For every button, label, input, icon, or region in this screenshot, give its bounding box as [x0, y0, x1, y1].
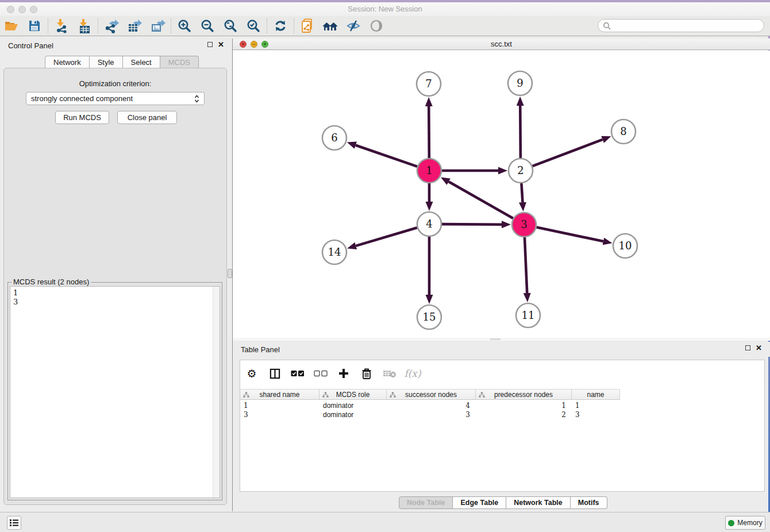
task-history-button[interactable] [7, 516, 21, 530]
network-view[interactable]: 7968124314101511 [233, 51, 770, 338]
tab-mcds[interactable]: MCDS [160, 56, 199, 68]
export-image-button[interactable] [146, 17, 169, 34]
export-network-icon [103, 18, 120, 33]
delete-button[interactable] [360, 367, 374, 380]
table-row[interactable]: 1dominator411 [240, 401, 620, 410]
optimization-criterion-dropdown[interactable]: strongly connected component [26, 92, 205, 105]
graph-node-label: 8 [620, 125, 626, 137]
show-graphics-details-button[interactable] [365, 17, 388, 34]
graph-edge-4-14[interactable] [356, 228, 417, 246]
tab-network-table[interactable]: Network Table [506, 496, 571, 509]
graph-edge-2-8[interactable] [533, 140, 603, 166]
column-header-successor-nodes[interactable]: successor nodes [387, 390, 476, 399]
table-panel-header: Table Panel ✕ [233, 342, 770, 357]
network-graph[interactable]: 7968124314101511 [233, 51, 770, 338]
toolbar-separator [98, 18, 98, 33]
column-header-name[interactable]: name [572, 390, 620, 399]
cell-mcds-role[interactable]: dominator [319, 401, 387, 410]
application-window: Session: New Session [0, 0, 770, 532]
cell-successor-nodes[interactable]: 4 [387, 401, 476, 410]
select-all-checkboxes-button[interactable] [291, 367, 305, 380]
table-toolbar: ⚙ [245, 363, 419, 384]
float-table-panel-icon[interactable] [745, 345, 750, 350]
run-mcds-button[interactable]: Run MCDS [55, 111, 109, 124]
table-row[interactable]: 3dominator323 [240, 410, 620, 419]
tab-network[interactable]: Network [45, 56, 90, 68]
toolbar-separator [267, 18, 267, 33]
open-session-button[interactable] [0, 17, 23, 34]
edge-label-mark [472, 170, 478, 171]
graph-edge-3-11[interactable] [525, 237, 527, 293]
splitter-handle[interactable] [228, 269, 232, 278]
tab-select[interactable]: Select [123, 56, 160, 68]
column-header-predecessor-nodes[interactable]: predecessor nodes [476, 390, 572, 399]
zoom-out-icon [201, 19, 214, 33]
zoom-fit-button[interactable] [219, 17, 242, 34]
float-panel-icon[interactable] [207, 42, 213, 47]
tab-node-table[interactable]: Node Table [399, 496, 453, 509]
import-table-button[interactable] [73, 17, 96, 34]
tab-motifs[interactable]: Motifs [571, 496, 607, 509]
import-table-icon [77, 18, 92, 33]
memory-status-icon [728, 520, 734, 526]
settings-gear-button[interactable]: ⚙ [245, 367, 259, 380]
graph-edge-1-6[interactable] [356, 145, 417, 167]
deselect-all-checkboxes-button[interactable] [314, 367, 328, 380]
mcds-result-title: MCDS result (2 nodes) [11, 277, 91, 286]
column-header-label: predecessor nodes [494, 391, 553, 399]
cell-mcds-role[interactable]: dominator [319, 410, 387, 419]
cell-shared-name[interactable]: 1 [240, 401, 319, 410]
graph-node-label: 11 [522, 309, 535, 321]
result-scrollbar[interactable] [213, 287, 220, 498]
scrollbar-handle[interactable] [490, 338, 500, 340]
import-network-button[interactable] [50, 17, 73, 34]
graph-node-label: 9 [517, 77, 523, 89]
delete-icon [360, 367, 373, 380]
refresh-layout-button[interactable] [269, 17, 292, 34]
network-horizontal-scrollbar[interactable] [233, 338, 770, 341]
export-image-icon [149, 18, 165, 33]
open-session-icon [4, 20, 19, 32]
window-title: Session: New Session [0, 5, 770, 13]
tab-style[interactable]: Style [90, 56, 123, 68]
cell-shared-name[interactable]: 3 [240, 410, 319, 419]
cell-name[interactable]: 1 [572, 401, 620, 410]
search-input[interactable] [611, 21, 764, 31]
add-button[interactable] [337, 367, 351, 380]
zoom-in-button[interactable] [173, 17, 196, 34]
tab-edge-table[interactable]: Edge Table [453, 496, 506, 509]
new-network-from-selection-button[interactable] [296, 17, 319, 34]
graph-edge-3-10[interactable] [537, 228, 603, 241]
network-window-titlebar[interactable]: × − + scc.txt [233, 38, 770, 50]
export-table-button[interactable] [123, 17, 146, 34]
zoom-out-button[interactable] [196, 17, 219, 34]
close-panel-button[interactable]: Close panel [117, 111, 177, 124]
add-icon [338, 368, 349, 379]
close-panel-icon[interactable]: ✕ [218, 42, 224, 47]
memory-button[interactable]: Memory [725, 516, 765, 530]
close-table-panel-icon[interactable]: ✕ [756, 345, 762, 350]
column-header-label: name [587, 391, 604, 399]
cell-name[interactable]: 3 [572, 410, 620, 419]
graph-edge-4-3[interactable] [442, 224, 502, 225]
cell-predecessor-nodes[interactable]: 2 [476, 410, 572, 419]
column-header-mcds-role[interactable]: MCDS role [319, 390, 387, 399]
cell-predecessor-nodes[interactable]: 1 [476, 401, 572, 410]
mcds-result-text[interactable]: 13 [10, 286, 220, 498]
save-session-button[interactable] [23, 17, 46, 34]
graph-node-label: 10 [619, 240, 632, 252]
graph-edge-2-3[interactable] [521, 183, 522, 202]
search-field[interactable] [598, 19, 764, 32]
cell-successor-nodes[interactable]: 3 [387, 410, 476, 419]
delete-table-button [383, 367, 396, 380]
graph-edge-2-9[interactable] [520, 106, 521, 158]
export-network-button[interactable] [100, 17, 123, 34]
hide-graphics-details-button[interactable] [342, 17, 365, 34]
graph-edge-1-7[interactable] [429, 106, 429, 158]
zoom-selected-button[interactable] [242, 17, 265, 34]
graph-edge-3-1[interactable] [449, 182, 513, 218]
home-button[interactable] [319, 17, 342, 34]
column-header-shared-name[interactable]: shared name [240, 390, 319, 399]
memory-label: Memory [737, 519, 762, 527]
toggle-column-panel-button[interactable] [268, 367, 282, 380]
